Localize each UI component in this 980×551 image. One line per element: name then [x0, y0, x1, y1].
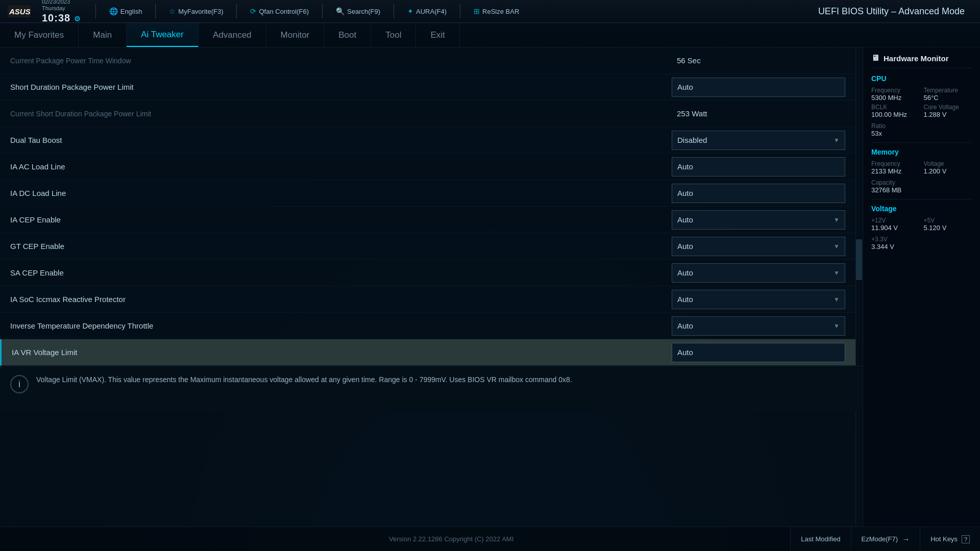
- label-ia-cep-enable: IA CEP Enable: [10, 215, 672, 224]
- input-ia-ac-load[interactable]: Auto: [672, 157, 845, 177]
- hardware-monitor-panel: 🖥 Hardware Monitor CPU Frequency 5300 MH…: [863, 47, 980, 527]
- footer-buttons: Last Modified EzMode(F7) → Hot Keys ?: [790, 527, 980, 551]
- nav-advanced[interactable]: Advanced: [199, 23, 266, 47]
- hw-mem-voltage: Voltage 1.200 V: [924, 160, 972, 175]
- dropdown-inv-temp-throttle[interactable]: Auto ▼: [672, 316, 845, 336]
- input-ia-vr-voltage-limit[interactable]: Auto: [672, 343, 845, 362]
- chevron-down-icon-2: ▼: [834, 216, 840, 223]
- row-ia-soc-iccmax: IA SoC Iccmax Reactive Protector Auto ▼: [0, 286, 855, 313]
- nav-my-favorites[interactable]: My Favorites: [0, 23, 79, 47]
- header-myfavorite[interactable]: ☆ MyFavorite(F3): [166, 6, 226, 17]
- label-dual-tau-boost: Dual Tau Boost: [10, 136, 672, 144]
- fan-icon: ⟳: [250, 7, 256, 15]
- label-sa-cep-enable: SA CEP Enable: [10, 268, 672, 277]
- arrow-right-icon: →: [902, 535, 910, 543]
- header-divider-5: [394, 4, 394, 18]
- chevron-down-icon-3: ▼: [834, 243, 840, 250]
- label-ia-dc-load: IA DC Load Line: [10, 189, 672, 197]
- label-ia-ac-load: IA AC Load Line: [10, 162, 672, 171]
- hw-monitor-title: 🖥 Hardware Monitor: [871, 54, 972, 68]
- help-icon: ?: [962, 535, 970, 543]
- aura-label: AURA(F4): [416, 8, 447, 15]
- row-inv-temp-throttle: Inverse Temperature Dependency Throttle …: [0, 313, 855, 339]
- row-ia-cep-enable: IA CEP Enable Auto ▼: [0, 207, 855, 233]
- nav-main[interactable]: Main: [79, 23, 127, 47]
- input-ia-dc-load[interactable]: Auto: [672, 184, 845, 203]
- date-line: 02/23/2023 Thursday: [42, 0, 70, 12]
- row-sa-cep-enable: SA CEP Enable Auto ▼: [0, 260, 855, 286]
- header-divider-4: [322, 4, 323, 18]
- header-bar: ASUS 02/23/2023 Thursday 10:38 ⚙ 🌐 Engli…: [0, 0, 980, 23]
- hw-mem-capacity: Capacity 32768 MB: [871, 179, 972, 194]
- header-aura[interactable]: ✦ AURA(F4): [404, 6, 450, 17]
- hw-cpu-ratio: Ratio 53x: [871, 122, 972, 137]
- hw-divider-2: [871, 199, 972, 199]
- hw-voltage-section-title: Voltage: [871, 205, 972, 213]
- info-bar: i Voltage Limit (VMAX). This value repre…: [0, 366, 863, 412]
- label-short-duration-ppl: Short Duration Package Power Limit: [10, 83, 672, 91]
- info-icon: i: [10, 375, 29, 393]
- label-current-short-duration: Current Short Duration Package Power Lim…: [10, 110, 672, 118]
- dropdown-gt-cep-enable[interactable]: Auto ▼: [672, 237, 845, 256]
- hw-cpu-section-title: CPU: [871, 74, 972, 83]
- header-qfan[interactable]: ⟳ Qfan Control(F6): [247, 6, 312, 17]
- footer-ezmode[interactable]: EzMode(F7) →: [851, 527, 920, 551]
- dropdown-sa-cep-enable[interactable]: Auto ▼: [672, 263, 845, 283]
- header-language[interactable]: 🌐 English: [106, 6, 145, 17]
- footer-bar: Version 2.22.1286 Copyright (C) 2022 AMI…: [0, 527, 980, 551]
- scrollbar-track: [855, 47, 863, 527]
- qfan-label: Qfan Control(F6): [259, 8, 309, 15]
- footer-last-modified[interactable]: Last Modified: [790, 527, 850, 551]
- value-current-short-duration: 253 Watt: [672, 109, 845, 118]
- header-resizebar[interactable]: ⊞ ReSize BAR: [471, 6, 522, 17]
- row-current-pkg-power-time: Current Package Power Time Window 56 Sec: [0, 47, 855, 74]
- dropdown-ia-soc-iccmax[interactable]: Auto ▼: [672, 290, 845, 309]
- value-current-pkg-power-time: 56 Sec: [672, 56, 845, 65]
- nav-exit[interactable]: Exit: [416, 23, 459, 47]
- hw-memory-grid: Frequency 2133 MHz Voltage 1.200 V: [871, 160, 972, 175]
- navigation-bar: My Favorites Main Ai Tweaker Advanced Mo…: [0, 23, 980, 47]
- footer-hotkeys[interactable]: Hot Keys ?: [920, 527, 980, 551]
- chevron-down-icon-6: ▼: [834, 322, 840, 330]
- row-dual-tau-boost: Dual Tau Boost Disabled ▼: [0, 127, 855, 154]
- footer-version: Version 2.22.1286 Copyright (C) 2022 AMI: [112, 535, 790, 543]
- dropdown-dual-tau-boost[interactable]: Disabled ▼: [672, 131, 845, 150]
- label-current-pkg-power-time: Current Package Power Time Window: [10, 57, 672, 65]
- nav-ai-tweaker[interactable]: Ai Tweaker: [127, 23, 199, 47]
- nav-boot[interactable]: Boot: [324, 23, 371, 47]
- info-text: Voltage Limit (VMAX). This value represe…: [36, 374, 572, 385]
- dropdown-ia-cep-enable[interactable]: Auto ▼: [672, 210, 845, 230]
- settings-panel: Current Package Power Time Window 56 Sec…: [0, 47, 863, 527]
- asus-logo-svg: ASUS: [8, 4, 31, 19]
- time-display: 10:38 ⚙: [42, 12, 81, 24]
- hw-v5: +5V 5.120 V: [924, 217, 972, 232]
- hw-cpu-freq-label: Frequency 5300 MHz: [871, 87, 920, 102]
- header-divider-6: [460, 4, 460, 18]
- resizebar-label: ReSize BAR: [482, 8, 519, 15]
- label-ia-soc-iccmax: IA SoC Iccmax Reactive Protector: [10, 295, 672, 304]
- hw-cpu-grid: Frequency 5300 MHz Temperature 56°C BCLK…: [871, 87, 972, 118]
- gear-icon[interactable]: ⚙: [74, 15, 81, 23]
- globe-icon: 🌐: [109, 7, 118, 15]
- input-short-duration-ppl[interactable]: Auto: [672, 78, 845, 97]
- nav-tool[interactable]: Tool: [371, 23, 416, 47]
- header-search[interactable]: 🔍 Search(F9): [333, 6, 383, 17]
- hotkeys-label: Hot Keys: [930, 535, 958, 543]
- scrollbar-thumb[interactable]: [856, 239, 862, 280]
- row-gt-cep-enable: GT CEP Enable Auto ▼: [0, 233, 855, 260]
- chevron-down-icon: ▼: [834, 137, 840, 144]
- hw-v12: +12V 11.904 V: [871, 217, 920, 232]
- row-current-short-duration: Current Short Duration Package Power Lim…: [0, 101, 855, 127]
- svg-text:ASUS: ASUS: [9, 7, 31, 16]
- hw-memory-section-title: Memory: [871, 148, 972, 156]
- nav-monitor[interactable]: Monitor: [266, 23, 325, 47]
- star-icon: ☆: [169, 7, 176, 15]
- myfavorite-label: MyFavorite(F3): [178, 8, 223, 15]
- hw-cpu-temp-label: Temperature 56°C: [924, 87, 972, 102]
- main-content: Current Package Power Time Window 56 Sec…: [0, 47, 980, 527]
- bios-title: UEFI BIOS Utility – Advanced Mode: [818, 6, 965, 17]
- hw-voltage-grid: +12V 11.904 V +5V 5.120 V: [871, 217, 972, 232]
- hw-cpu-bclk-label: BCLK 100.00 MHz: [871, 104, 920, 118]
- row-ia-dc-load: IA DC Load Line Auto: [0, 180, 855, 207]
- chevron-down-icon-4: ▼: [834, 269, 840, 277]
